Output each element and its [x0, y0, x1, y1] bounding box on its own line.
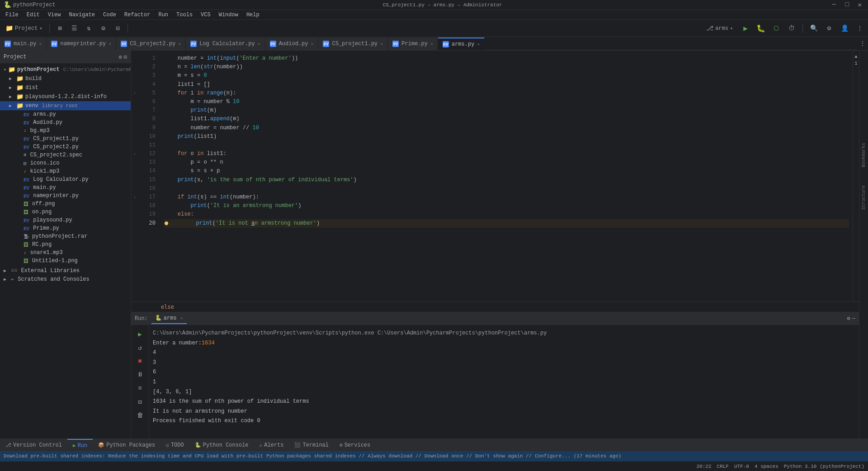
settings-right-btn[interactable]: ⚙ [823, 22, 835, 35]
menu-code[interactable]: Code [99, 11, 120, 19]
fold-8[interactable] [131, 115, 138, 123]
tree-kick-mp3[interactable]: ♪ kick1.mp3 [0, 167, 131, 175]
search-btn[interactable]: 🔍 [807, 22, 820, 35]
tree-playsound[interactable]: ▶ 📁 playsound-1.2.2.dist-info [0, 92, 131, 101]
profile-button[interactable]: ⏱ [785, 22, 798, 35]
tab-run[interactable]: ▶ Run [67, 439, 93, 452]
tab-audiod-py[interactable]: py Audiod.py ✕ [265, 38, 319, 50]
run-stop-btn[interactable]: ■ [135, 356, 146, 367]
menu-run[interactable]: Run [155, 11, 172, 19]
run-settings-icon[interactable]: ⚙ [847, 315, 850, 322]
tree-nameprinter-py[interactable]: py nameprinter.py [0, 192, 131, 200]
run-scroll-btn[interactable]: ≡ [135, 383, 146, 394]
menu-navigate[interactable]: Navigate [65, 11, 99, 19]
fold-5[interactable]: ▾ [131, 89, 138, 98]
tab-arms-py[interactable]: py arms.py ✕ [438, 38, 485, 50]
tab-close-prime[interactable]: ✕ [430, 41, 433, 47]
run-trash-btn[interactable]: 🗑 [135, 410, 146, 421]
bookmark-icon[interactable]: Bookmarks [861, 143, 866, 167]
user-btn[interactable]: 👤 [838, 22, 851, 35]
menu-edit[interactable]: Edit [23, 11, 43, 19]
fold-6[interactable] [131, 98, 138, 106]
menu-view[interactable]: View [44, 11, 65, 19]
debug-button[interactable]: 🐛 [755, 22, 767, 35]
fold-2[interactable] [131, 63, 138, 71]
tab-python-packages[interactable]: 📦 Python Packages [93, 439, 160, 452]
tab-close-cs1[interactable]: ✕ [380, 41, 383, 47]
run-tab-arms[interactable]: 🐍 arms ✕ [151, 313, 187, 324]
tab-services[interactable]: ⚙ Services [334, 439, 376, 452]
more-btn[interactable]: ⋮ [854, 22, 866, 35]
menu-vcs[interactable]: VCS [197, 11, 214, 19]
fold-9[interactable] [131, 124, 138, 132]
project-panel-gear[interactable]: ⚙ [119, 54, 122, 61]
tab-terminal[interactable]: ⬛ Terminal [289, 439, 334, 452]
fold-3[interactable] [131, 71, 138, 80]
tree-rc-png[interactable]: 🖼 RC.png [0, 240, 131, 249]
fold-13[interactable] [131, 158, 138, 167]
tree-cs2-spec[interactable]: ≡ CS_project2.spec [0, 151, 131, 159]
tree-venv[interactable]: ▶ 📁 venv library root [0, 101, 131, 110]
run-pause-btn[interactable]: ⏸ [135, 369, 146, 380]
maximize-btn[interactable]: □ [842, 1, 851, 9]
fold-7[interactable] [131, 106, 138, 115]
view-mode-btn-2[interactable]: ☰ [68, 22, 80, 35]
menu-refactor[interactable]: Refactor [121, 11, 154, 19]
tab-close-cs2[interactable]: ✕ [178, 41, 181, 47]
close-btn[interactable]: ✕ [855, 1, 864, 9]
fold-11[interactable] [131, 141, 138, 150]
run-tab-close[interactable]: ✕ [180, 316, 183, 321]
project-panel-expand[interactable]: ⊡ [124, 54, 127, 61]
fold-18[interactable] [131, 202, 138, 210]
tree-external-libs[interactable]: ▶ ≡≡ External Libraries [0, 267, 131, 275]
run-play-btn[interactable]: ▶ [135, 329, 146, 339]
fold-20[interactable] [131, 219, 138, 228]
run-minimize-icon[interactable]: ─ [852, 316, 855, 322]
settings-btn[interactable]: ⚙ [97, 22, 109, 35]
tree-cs2-py[interactable]: py CS_project2.py [0, 143, 131, 151]
fold-19[interactable] [131, 210, 138, 219]
tab-log-calc-py[interactable]: py Log Calculator.py ✕ [186, 38, 265, 50]
code-content[interactable]: number = int(input('Enter a number')) n … [161, 51, 853, 301]
tree-off-png[interactable]: 🖼 off.png [0, 200, 131, 208]
menu-help[interactable]: Help [243, 11, 263, 19]
tab-close-audiod[interactable]: ✕ [311, 41, 313, 47]
window-controls[interactable]: ─ □ ✕ [830, 1, 864, 9]
menu-tools[interactable]: Tools [173, 11, 196, 19]
fold-15[interactable] [131, 176, 138, 184]
tree-bg-mp3[interactable]: ♪ bg.mp3 [0, 127, 131, 135]
fold-1[interactable] [131, 54, 138, 63]
fold-17[interactable]: ▾ [131, 193, 138, 202]
run-filter-btn[interactable]: ⊟ [135, 396, 146, 407]
tree-on-png[interactable]: 🖼 on.png [0, 208, 131, 216]
tab-alerts[interactable]: ⚠ Alerts [254, 439, 289, 452]
menu-window[interactable]: Window [215, 11, 242, 19]
tree-icons-ico[interactable]: ⊡ icons.ico [0, 159, 131, 167]
tab-close-log[interactable]: ✕ [258, 41, 260, 47]
tab-more-btn[interactable]: ⋮ [857, 37, 868, 50]
branch-dropdown[interactable]: ⎇ arms ▾ [703, 22, 736, 35]
menu-file[interactable]: File [2, 11, 22, 19]
fold-16[interactable] [131, 184, 138, 193]
minimize-btn[interactable]: ─ [830, 1, 839, 9]
tree-main-py[interactable]: py main.py [0, 184, 131, 192]
fold-4[interactable] [131, 80, 138, 89]
fold-10[interactable] [131, 132, 138, 141]
tree-dist[interactable]: ▶ 📁 dist [0, 83, 131, 92]
tree-untitled-png[interactable]: 🖼 Untitled-1.png [0, 257, 131, 265]
run-output[interactable]: C:\Users\Admin\PycharmProjects\pythonPro… [149, 325, 859, 438]
tree-arms-py[interactable]: py arms.py [0, 110, 131, 118]
run-rerun-btn[interactable]: ↺ [135, 342, 146, 353]
tab-main-py[interactable]: py main.py ✕ [0, 38, 47, 50]
tab-version-control[interactable]: ⎇ Version Control [0, 439, 67, 452]
project-dropdown[interactable]: 📁 Project ▾ [2, 22, 46, 35]
tab-nameprinter-py[interactable]: py nameprinter.py ✕ [47, 38, 116, 50]
fold-14[interactable] [131, 167, 138, 175]
tree-playsound-py[interactable]: py playsound.py [0, 216, 131, 224]
tab-close-nameprinter[interactable]: ✕ [108, 41, 111, 47]
coverage-button[interactable]: ⬡ [770, 22, 783, 35]
tab-python-console[interactable]: 🐍 Python Console [189, 439, 254, 452]
tab-close-arms[interactable]: ✕ [477, 42, 480, 47]
tree-cs1-py[interactable]: py CS_project1.py [0, 135, 131, 143]
tab-cs-project2-py[interactable]: py CS_project2.py ✕ [116, 38, 186, 50]
